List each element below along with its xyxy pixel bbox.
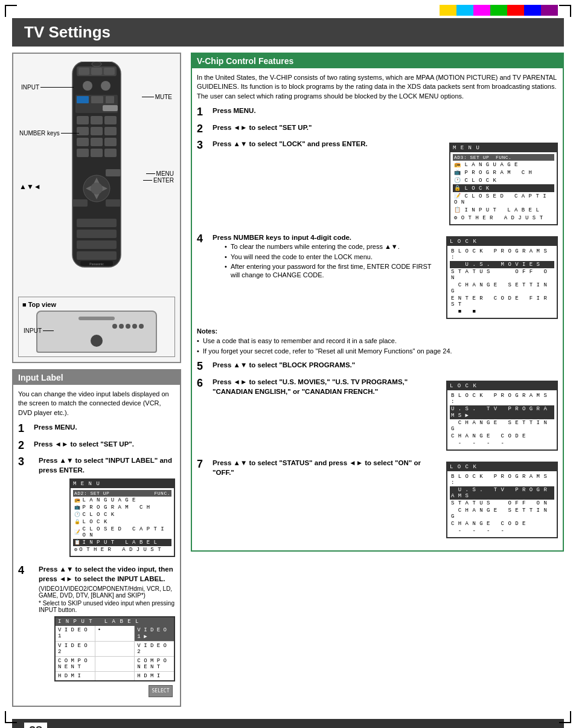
vchip-step-4: 4 Press NUMBER keys to input 4-digit cod… (197, 233, 558, 323)
svg-rect-3 (91, 68, 102, 75)
svg-rect-15 (104, 138, 117, 146)
annotation-input: INPUT (21, 84, 74, 91)
vchip-step-6: 6 Press ◄► to select "U.S. MOVIES," "U.S… (197, 377, 558, 454)
svg-text:Panasonic: Panasonic (89, 262, 104, 266)
input-label-header: Input Label (13, 370, 180, 385)
main-layout: Panasonic INPUT (12, 53, 564, 713)
svg-rect-36 (77, 96, 89, 103)
svg-rect-30 (77, 240, 117, 249)
svg-rect-27 (72, 199, 88, 207)
svg-rect-16 (77, 149, 89, 157)
remote-control-svg: Panasonic (63, 62, 130, 279)
page-footer: 28 For assistance, please call : 1-800-2… (12, 719, 564, 728)
svg-rect-38 (106, 96, 114, 103)
svg-rect-12 (104, 127, 117, 135)
page-title: TV Settings (12, 18, 564, 47)
topview-drawing (36, 311, 157, 353)
vchip-menu-screenshot: M E N U AD3: SET UP FUNC. 📻 L A N G U A … (449, 139, 558, 229)
svg-rect-25 (106, 169, 121, 176)
input-step-1: 1 Press MENU. (18, 422, 175, 436)
input-menu-screenshot: M E N U AD2: SET UP FUNC. 📻 L A N G U A … (69, 478, 175, 557)
corner-mark-bl (5, 711, 17, 723)
annotation-menu-enter: MENU ENTER (143, 170, 174, 184)
input-step-4: 4 Press ▲▼ to select the video input, th… (18, 564, 175, 697)
left-column: Panasonic INPUT (12, 53, 181, 713)
color-blue (524, 5, 541, 16)
vchip-lock-screenshot-1: L O C K B L O C K P R O G R A M S : U . … (446, 233, 558, 323)
color-purple (541, 5, 558, 16)
annotation-arrows: ▲▼◄ (19, 182, 41, 191)
vchip-section: V-Chip Control Features In the United St… (191, 53, 564, 552)
corner-mark-tr (559, 5, 571, 17)
vchip-step-2: 2 Press ◄► to select "SET UP." (197, 123, 558, 136)
svg-rect-29 (77, 230, 117, 238)
svg-rect-31 (77, 251, 117, 260)
svg-rect-11 (91, 127, 103, 135)
svg-rect-8 (91, 116, 103, 124)
svg-point-34 (92, 62, 101, 66)
right-column: V-Chip Control Features In the United St… (191, 53, 564, 713)
color-yellow (440, 5, 456, 16)
svg-rect-4 (104, 68, 115, 75)
svg-point-24 (91, 182, 103, 195)
vchip-header: V-Chip Control Features (192, 54, 563, 68)
svg-rect-9 (104, 116, 117, 124)
svg-point-6 (101, 81, 110, 91)
remote-area: Panasonic INPUT (12, 53, 181, 363)
notes-section: Notes: Use a code that is easy to rememb… (197, 327, 558, 355)
svg-rect-14 (91, 138, 103, 146)
page-number: 28 (24, 723, 47, 728)
svg-rect-13 (77, 138, 89, 146)
svg-rect-39 (103, 105, 118, 111)
annotation-topview-input: INPUT (24, 327, 54, 334)
color-green (490, 5, 507, 16)
svg-rect-18 (104, 149, 117, 157)
top-view-section: ■ Top view INPUT (18, 297, 175, 357)
corner-mark-tl (5, 5, 17, 17)
svg-rect-17 (91, 149, 103, 157)
annotation-mute: MUTE (142, 94, 172, 100)
vchip-lock-screenshot-3: L O C K B L O C K P R O G R A M S : U . … (446, 458, 558, 542)
color-bar (440, 5, 558, 16)
input-label-intro: You can change the video input labels di… (18, 390, 175, 417)
svg-rect-28 (77, 219, 117, 227)
vchip-step-7: 7 Press ▲▼ to select "STATUS" and press … (197, 458, 558, 542)
vchip-lock-screenshot-2: L O C K B L O C K P R O G R A M S : U . … (446, 377, 558, 454)
svg-rect-26 (106, 199, 121, 207)
svg-point-5 (83, 81, 92, 91)
color-red (507, 5, 524, 16)
vchip-intro: In the United States, the V-CHIP consist… (197, 73, 558, 101)
vchip-step-1: 1 Press MENU. (197, 106, 558, 119)
vchip-step-5: 5 Press ▲▼ to select "BLOCK PROGRAMS." (197, 360, 558, 373)
annotation-number-keys: NUMBER keys (19, 130, 79, 137)
color-magenta (473, 5, 490, 16)
input-step-3: 3 Press ▲▼ to select "INPUT LABEL" and p… (18, 456, 175, 560)
corner-mark-br (559, 711, 571, 723)
vchip-step-3: 3 Press ▲▼ to select "LOCK" and press EN… (197, 139, 558, 229)
input-label-table: I N P U T L A B E L V I D E O 1 • V I D … (54, 616, 175, 681)
top-view-title: ■ Top view (22, 301, 171, 308)
svg-rect-2 (78, 68, 89, 75)
svg-rect-37 (91, 96, 103, 103)
color-cyan (456, 5, 473, 16)
input-step-2: 2 Press ◄► to select "SET UP". (18, 439, 175, 453)
svg-rect-7 (77, 116, 89, 124)
input-label-section: Input Label You can change the video inp… (12, 369, 181, 707)
